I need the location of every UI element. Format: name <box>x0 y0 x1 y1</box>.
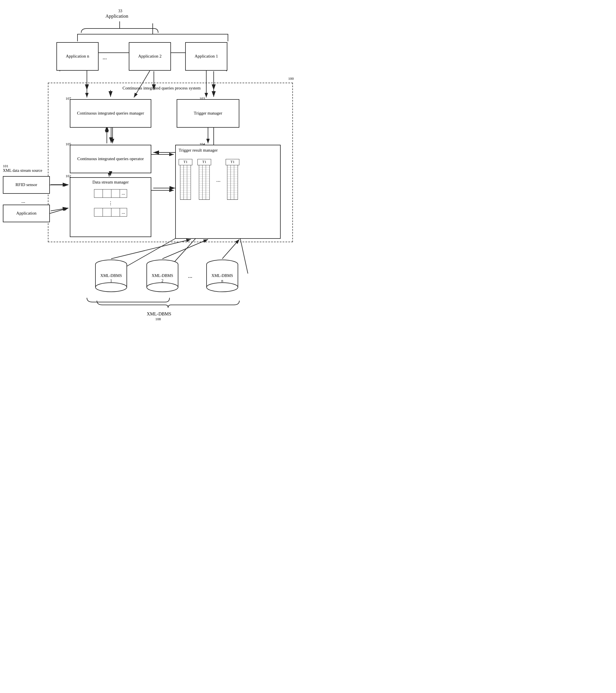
rfid-sensor-box: RFID sensor <box>3 176 50 194</box>
xmldbms1-cylinder: XML-DBMS 1 <box>94 259 128 297</box>
svg-text:1: 1 <box>110 279 112 283</box>
diagram: 33 Application Application n ... Applica… <box>0 0 308 346</box>
trigger-result-label: Trigger result manager <box>179 147 218 153</box>
application-1-box: Application 1 <box>185 42 227 71</box>
xmldbmsn-cylinder: XML-DBMS n <box>205 259 239 297</box>
xmldbms-group-label: XML-DBMS <box>147 311 171 317</box>
svg-line-54 <box>162 239 208 259</box>
dots-xmldbms: ... <box>188 272 192 279</box>
svg-text:XML-DBMS: XML-DBMS <box>152 274 173 278</box>
xmldbms2-cylinder: XML-DBMS 2 <box>145 259 179 297</box>
system-label: Continuous integrated queries process sy… <box>122 85 201 91</box>
svg-text:XML-DBMS: XML-DBMS <box>100 274 122 278</box>
svg-point-30 <box>147 283 178 292</box>
trigger-manager-box: Trigger manager <box>177 99 239 128</box>
ciq-operator-box: Continuous integrated queries operator <box>70 145 151 173</box>
svg-text:2: 2 <box>162 279 163 283</box>
data-stream-manager-box: Data stream manager ... ⋮ ... <box>70 177 151 237</box>
trigger-result-manager-box: Trigger result manager T1 T1 <box>175 145 281 239</box>
ref100-label: 100 <box>289 76 294 81</box>
application-top-label: Application <box>105 13 128 19</box>
application-2-box: Application 2 <box>129 42 171 71</box>
svg-line-53 <box>111 239 191 259</box>
svg-text:XML-DBMS: XML-DBMS <box>212 274 233 278</box>
application-n-box: Application n <box>56 42 99 71</box>
svg-line-55 <box>222 239 239 259</box>
dots-left: ... <box>21 198 25 204</box>
ciq-manager-box: Continuous integrated queries manager <box>70 99 151 128</box>
xml-data-source-label: XML data stream source <box>3 168 42 173</box>
svg-text:n: n <box>221 279 223 283</box>
ref108-label: 108 <box>155 317 161 322</box>
data-stream-label: Data stream manager <box>92 179 128 185</box>
dots-between-apps: ... <box>103 54 107 61</box>
application-bottom-box: Application <box>3 204 50 222</box>
svg-point-37 <box>206 283 238 292</box>
svg-point-23 <box>96 283 127 292</box>
